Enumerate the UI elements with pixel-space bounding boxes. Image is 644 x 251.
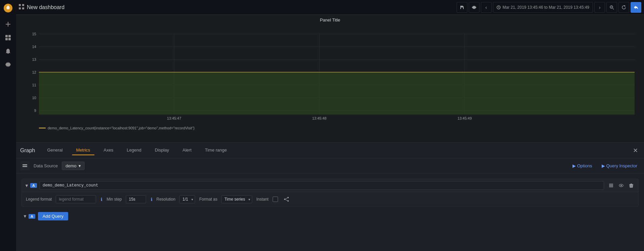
legend-format-info-icon[interactable]: ℹ bbox=[101, 197, 102, 202]
svg-rect-2 bbox=[6, 24, 10, 25]
format-as-select-wrap: Time series Table Heatmap bbox=[221, 195, 252, 203]
svg-marker-34 bbox=[39, 72, 635, 115]
close-edit-button[interactable]: ✕ bbox=[631, 146, 640, 155]
tab-axes[interactable]: Axes bbox=[100, 145, 118, 155]
sidebar-item-dashboards[interactable] bbox=[2, 32, 14, 44]
query-options-row: Legend format ℹ Min step ℹ Resolution 1/… bbox=[22, 192, 638, 206]
tab-alert[interactable]: Alert bbox=[179, 145, 196, 155]
add-query-collapse-icon: ▼ bbox=[23, 214, 27, 219]
query-expression-input[interactable] bbox=[40, 181, 604, 190]
query-hide-icon[interactable] bbox=[617, 181, 626, 190]
svg-text:14: 14 bbox=[32, 45, 36, 49]
svg-rect-4 bbox=[8, 35, 11, 37]
share-query-button[interactable] bbox=[282, 195, 291, 204]
add-query-button[interactable]: Add Query bbox=[38, 212, 68, 220]
query-collapse-icon: ▼ bbox=[25, 183, 29, 188]
min-step-input[interactable] bbox=[126, 195, 146, 203]
svg-text:12: 12 bbox=[32, 70, 36, 74]
svg-rect-3 bbox=[5, 35, 8, 37]
svg-text:13:45:49: 13:45:49 bbox=[457, 116, 472, 120]
add-query-collapse[interactable]: ▼ A bbox=[23, 214, 35, 219]
query-inspector-chevron-icon: ▶ bbox=[602, 163, 605, 168]
topbar-actions: ‹ Mar 21, 2019 13:45:46 to Mar 21, 2019 … bbox=[457, 2, 641, 13]
query-inspector-button[interactable]: ▶ Query Inspector bbox=[599, 162, 640, 170]
chart-legend: demo_demo_Latency_count{instance="localh… bbox=[19, 125, 641, 131]
time-range-text: Mar 21, 2019 13:45:46 to Mar 21, 2019 13… bbox=[503, 5, 589, 10]
panel-type-label: Graph bbox=[20, 148, 35, 154]
settings-button[interactable] bbox=[469, 2, 479, 13]
chart-title: Panel Title bbox=[19, 17, 641, 23]
add-query-badge: A bbox=[29, 214, 35, 219]
zoom-out-button[interactable] bbox=[606, 2, 617, 13]
query-block: ▼ A bbox=[21, 179, 639, 207]
svg-point-47 bbox=[287, 197, 289, 198]
chart-svg-wrapper: 15 14 13 12 11 10 9 13:45:47 13:45:48 13… bbox=[19, 24, 641, 125]
sidebar-item-config[interactable] bbox=[2, 58, 14, 71]
sidebar bbox=[0, 0, 16, 251]
options-button[interactable]: ▶ Options bbox=[570, 162, 595, 170]
instant-checkbox[interactable] bbox=[273, 197, 278, 202]
edit-header: Graph General Metrics Axes Legend Displa… bbox=[16, 143, 644, 158]
tab-time-range[interactable]: Time range bbox=[201, 145, 231, 155]
panel-area: Panel Title bbox=[16, 15, 644, 251]
datasource-select[interactable]: demo ▾ bbox=[62, 162, 85, 170]
svg-rect-8 bbox=[19, 4, 21, 6]
chart-svg: 15 14 13 12 11 10 9 13:45:47 13:45:48 13… bbox=[19, 24, 641, 125]
topbar: New dashboard ‹ Mar 21, 2019 13:45:46 to… bbox=[16, 0, 644, 15]
tab-legend[interactable]: Legend bbox=[123, 145, 145, 155]
svg-text:15: 15 bbox=[32, 32, 36, 36]
svg-text:13:45:48: 13:45:48 bbox=[312, 116, 327, 120]
sidebar-logo[interactable] bbox=[1, 1, 15, 15]
tab-metrics[interactable]: Metrics bbox=[72, 145, 94, 155]
svg-rect-5 bbox=[5, 38, 8, 40]
svg-rect-40 bbox=[609, 184, 613, 184]
svg-rect-41 bbox=[609, 185, 613, 186]
svg-rect-11 bbox=[22, 7, 24, 9]
next-time-button[interactable]: › bbox=[594, 2, 605, 13]
time-range-picker[interactable]: Mar 21, 2019 13:45:46 to Mar 21, 2019 13… bbox=[493, 2, 593, 13]
query-label-badge: A bbox=[30, 183, 37, 188]
tab-display[interactable]: Display bbox=[151, 145, 173, 155]
resolution-select-wrap: 1/1 1/2 1/3 1/4 2/1 bbox=[179, 195, 195, 203]
instant-label: Instant bbox=[256, 197, 268, 202]
datasource-label: Data Source bbox=[34, 163, 58, 168]
tab-general[interactable]: General bbox=[43, 145, 66, 155]
svg-text:10: 10 bbox=[32, 96, 36, 100]
legend-format-input[interactable] bbox=[56, 195, 96, 203]
svg-rect-10 bbox=[19, 7, 21, 9]
datasource-selected-value: demo bbox=[65, 163, 77, 168]
format-as-label: Format as bbox=[199, 197, 217, 202]
query-inspector-label: Query Inspector bbox=[606, 163, 638, 168]
svg-rect-38 bbox=[22, 164, 27, 165]
svg-point-44 bbox=[620, 185, 622, 186]
svg-rect-6 bbox=[8, 38, 11, 40]
legend-text: demo_demo_Latency_count{instance="localh… bbox=[48, 126, 195, 130]
query-delete-icon[interactable] bbox=[627, 181, 636, 190]
svg-rect-42 bbox=[609, 186, 613, 187]
query-menu-icon[interactable] bbox=[607, 181, 615, 190]
topbar-grid-icon bbox=[19, 4, 24, 11]
save-button[interactable] bbox=[457, 2, 467, 13]
svg-point-49 bbox=[287, 200, 289, 202]
sidebar-item-alerting[interactable] bbox=[2, 45, 14, 57]
edit-panel: Graph General Metrics Axes Legend Displa… bbox=[16, 142, 644, 251]
legend-color-line bbox=[39, 128, 46, 128]
svg-text:9: 9 bbox=[34, 109, 36, 113]
svg-marker-46 bbox=[630, 184, 633, 187]
svg-line-51 bbox=[285, 200, 287, 201]
query-collapse-button[interactable]: ▼ A bbox=[25, 183, 37, 188]
main-content: New dashboard ‹ Mar 21, 2019 13:45:46 to… bbox=[16, 0, 644, 251]
svg-rect-9 bbox=[22, 4, 24, 6]
svg-text:13:45:47: 13:45:47 bbox=[167, 116, 181, 120]
svg-line-50 bbox=[285, 198, 287, 199]
add-query-row: ▼ A Add Query bbox=[19, 209, 641, 223]
resolution-select[interactable]: 1/1 1/2 1/3 1/4 2/1 bbox=[179, 195, 195, 203]
min-step-info-icon[interactable]: ℹ bbox=[151, 197, 152, 202]
format-as-select[interactable]: Time series Table Heatmap bbox=[221, 195, 252, 203]
sidebar-item-add[interactable] bbox=[2, 18, 14, 30]
back-button[interactable] bbox=[631, 2, 641, 13]
refresh-button[interactable] bbox=[618, 2, 629, 13]
datasource-dropdown-icon: ▾ bbox=[79, 163, 81, 168]
min-step-label: Min step bbox=[106, 197, 122, 202]
prev-time-button[interactable]: ‹ bbox=[481, 2, 492, 13]
